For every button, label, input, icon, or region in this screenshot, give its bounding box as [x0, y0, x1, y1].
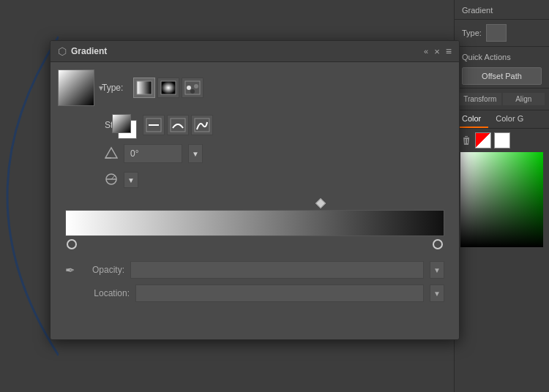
aspect-dropdown[interactable]: ▼: [124, 172, 138, 188]
type-freeform-button[interactable]: [182, 78, 203, 98]
transform-tab[interactable]: Transform: [459, 93, 501, 105]
trash-icon[interactable]: [460, 135, 472, 146]
align-tab[interactable]: Align: [503, 93, 545, 105]
swatch-dropdown-arrow[interactable]: ▼: [97, 84, 105, 92]
diamond-handle[interactable]: [315, 198, 325, 208]
panel-titlebar: ⬡ Gradient « × ≡: [51, 41, 459, 62]
gradient-panel: ⬡ Gradient « × ≡ ▼ Type:: [50, 40, 460, 340]
right-panel-type-label: Type:: [462, 29, 482, 37]
stroke-swatch-front[interactable]: [112, 114, 131, 133]
color-tabs-row: Color Color G: [455, 110, 549, 129]
svg-point-3: [187, 86, 191, 90]
angle-row: 0° ▼: [105, 144, 452, 163]
type-row: ▼ Type:: [58, 69, 452, 106]
opacity-row: ✒ Opacity: ▼: [65, 261, 444, 279]
gradient-bar-container: [65, 200, 444, 249]
gradient-swatch[interactable]: [58, 69, 94, 106]
aspect-row: ▼: [105, 172, 452, 188]
location-dropdown[interactable]: ▼: [430, 284, 444, 302]
stroke-row: Stroke:: [105, 115, 452, 135]
stroke-buttons: [143, 115, 213, 135]
svg-rect-0: [137, 81, 152, 94]
gradient-swatch-container: ▼: [58, 69, 94, 106]
right-panel-gradient-title: Gradient: [455, 0, 549, 20]
gradient-stop-right[interactable]: [433, 239, 443, 249]
angle-dropdown[interactable]: ▼: [188, 144, 203, 163]
location-label: Location:: [86, 288, 130, 298]
color-picker-gradient: [460, 152, 543, 247]
right-panel-type-row: Type:: [455, 20, 549, 46]
gradient-bar[interactable]: [65, 210, 444, 236]
stroke-swatch-group: [112, 114, 143, 145]
color-grids-tab[interactable]: Color G: [488, 110, 531, 128]
svg-marker-9: [105, 148, 117, 158]
angle-input[interactable]: 0°: [124, 144, 182, 163]
panel-menu-button[interactable]: ≡: [446, 45, 452, 57]
type-buttons: [133, 78, 203, 98]
panel-title-left: ⬡ Gradient: [58, 45, 107, 57]
offset-path-button[interactable]: Offset Path: [462, 67, 542, 85]
svg-rect-1: [161, 81, 176, 94]
panel-collapse-button[interactable]: «: [424, 47, 428, 56]
svg-point-5: [190, 89, 195, 94]
location-row: Location: ▼: [65, 284, 444, 302]
gradient-top-handle-row: [65, 200, 444, 207]
panel-title-right: « × ≡: [424, 45, 452, 57]
stroke-button-1[interactable]: [143, 115, 165, 135]
transform-align-row: Transform Align: [455, 88, 549, 110]
svg-point-4: [194, 84, 198, 88]
eyedropper-icon[interactable]: ✒: [65, 263, 75, 277]
quick-actions-label: Quick Actions: [455, 46, 549, 64]
color-swatches-row: [455, 129, 549, 152]
panel-title: Gradient: [71, 46, 107, 56]
location-input[interactable]: [135, 284, 424, 302]
gradient-controls: ✒ Opacity: ▼ Location: ▼: [58, 261, 452, 302]
opacity-dropdown[interactable]: ▼: [430, 261, 444, 279]
type-radial-button[interactable]: [157, 78, 179, 98]
gradient-stop-left[interactable]: [67, 239, 77, 249]
stroke-button-3[interactable]: [191, 115, 213, 135]
white-swatch[interactable]: [494, 132, 510, 148]
right-panel-type-box: [486, 24, 507, 42]
opacity-label: Opacity:: [81, 265, 124, 275]
angle-icon: [105, 146, 118, 162]
drag-icon: ⬡: [58, 45, 67, 57]
panel-close-button[interactable]: ×: [434, 46, 440, 57]
red-white-swatch[interactable]: [475, 132, 491, 148]
right-panel: Gradient Type: Quick Actions Offset Path…: [454, 0, 549, 392]
gradient-handles-row: [65, 239, 444, 249]
panel-body: ▼ Type:: [51, 62, 459, 315]
type-linear-button[interactable]: [133, 78, 155, 98]
type-label: Type:: [102, 83, 123, 93]
gradient-midpoint-handle: [317, 200, 324, 207]
stroke-swatch-area: [112, 114, 143, 145]
opacity-input[interactable]: [130, 261, 424, 279]
color-picker-area[interactable]: [460, 152, 543, 247]
aspect-icon: [105, 173, 118, 188]
stroke-button-2[interactable]: [167, 115, 189, 135]
